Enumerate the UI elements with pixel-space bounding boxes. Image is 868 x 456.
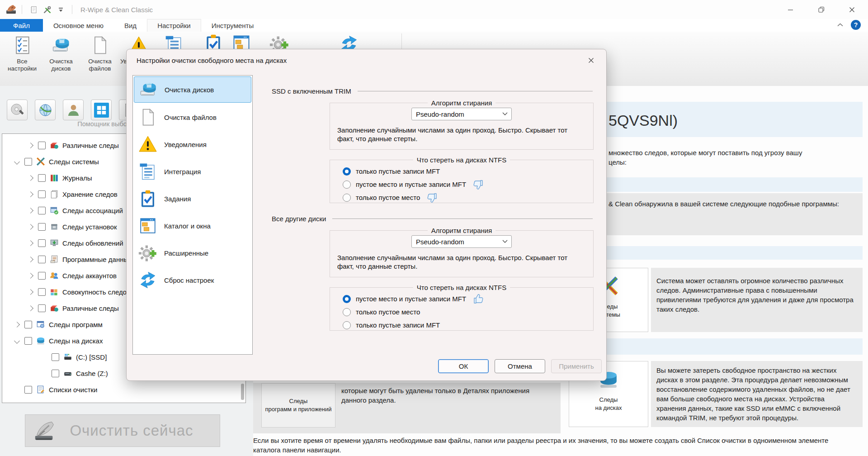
tree-checkbox[interactable]: [38, 223, 46, 231]
category-label: Задания: [164, 195, 191, 203]
tree-scrollbar-thumb[interactable]: [241, 384, 244, 400]
tree-checkbox[interactable]: [38, 256, 46, 263]
expander-icon[interactable]: [28, 142, 33, 148]
close-button[interactable]: [842, 0, 862, 19]
tree-checkbox[interactable]: [24, 337, 32, 345]
tree-item-icon: [50, 141, 59, 150]
notes-icon[interactable]: [28, 4, 39, 15]
ok-button[interactable]: ОК: [438, 359, 489, 373]
tree-item-label: Программные данные: [62, 256, 132, 263]
expander-icon[interactable]: [14, 338, 20, 344]
tree-checkbox[interactable]: [38, 190, 46, 198]
tree-checkbox[interactable]: [24, 158, 32, 166]
category-icon: [138, 135, 157, 154]
ribbon-button[interactable]: Все настройки: [3, 33, 42, 72]
radio-option[interactable]: только пустое место: [337, 191, 586, 204]
tree-checkbox[interactable]: [24, 386, 32, 394]
trace-assistant-button[interactable]: [91, 100, 112, 120]
maximize-button[interactable]: [811, 0, 831, 19]
settings-category-item[interactable]: Очистка дисков: [134, 76, 251, 103]
radio-option[interactable]: только пустые записи MFT: [337, 165, 586, 178]
tree-item-icon: [50, 222, 59, 231]
clean-now-button[interactable]: Очистить сейчас: [25, 414, 220, 447]
tree-checkbox[interactable]: [52, 353, 59, 361]
program-traces-card[interactable]: Следы программ и приложений: [261, 383, 335, 428]
radio-button[interactable]: [343, 167, 351, 176]
settings-category-item[interactable]: Уведомления: [133, 131, 252, 158]
wipe-algorithm-group: Алгоритм стирания Pseudo-random Заполнен…: [330, 99, 594, 150]
expander-icon[interactable]: [14, 159, 20, 165]
radio-option[interactable]: пустое место и пустые записи MFT: [337, 178, 586, 191]
tree-checkbox[interactable]: [38, 207, 46, 214]
settings-category-list: Очистка дисков Очистка файлов Уведомлени…: [132, 75, 253, 355]
ribbon-button[interactable]: Очистка дисков: [42, 33, 80, 72]
trace-assistant-button[interactable]: [63, 100, 84, 120]
radio-button[interactable]: [343, 295, 351, 303]
settings-category-item[interactable]: Очистка файлов: [133, 104, 252, 131]
settings-category-item[interactable]: Интеграция: [133, 158, 252, 185]
wipe-algorithm-select[interactable]: Pseudo-random: [411, 108, 512, 120]
trace-assistant-button[interactable]: [35, 100, 56, 120]
radio-label: только пустое место: [356, 194, 420, 201]
radio-button[interactable]: [343, 194, 351, 202]
category-icon: [138, 108, 157, 127]
ribbon-tab[interactable]: Файл: [0, 19, 43, 32]
settings-category-item[interactable]: Каталог и окна: [133, 212, 252, 239]
expander-icon[interactable]: [28, 256, 33, 262]
tools-icon[interactable]: [41, 4, 53, 15]
expander-icon[interactable]: [28, 273, 33, 279]
tree-item-label: Совокупность следов: [62, 288, 130, 296]
settings-category-item[interactable]: Расширенные: [133, 239, 252, 266]
tree-row[interactable]: Списки очистки: [2, 381, 245, 398]
tree-checkbox[interactable]: [38, 288, 46, 296]
expander-icon[interactable]: [28, 208, 33, 214]
tree-checkbox[interactable]: [52, 370, 59, 377]
minimize-button[interactable]: [780, 0, 800, 19]
what-to-wipe-group: Что стереть на дисках NTFS пустое место …: [330, 284, 594, 331]
tree-checkbox[interactable]: [38, 142, 46, 149]
ribbon-tab[interactable]: Вид: [114, 19, 147, 32]
tree-checkbox[interactable]: [38, 174, 46, 182]
quick-access-caret-icon[interactable]: [55, 4, 66, 15]
tree-item-icon: [50, 255, 59, 264]
tree-checkbox[interactable]: [38, 272, 46, 280]
expander-icon[interactable]: [28, 224, 33, 230]
apply-button[interactable]: Применить: [551, 359, 602, 373]
collapse-ribbon-icon[interactable]: [837, 23, 844, 27]
tree-checkbox[interactable]: [38, 239, 46, 247]
tree-item-icon: [50, 287, 59, 296]
selected-algorithm: Pseudo-random: [412, 238, 499, 246]
radio-option[interactable]: только пустое место: [337, 305, 586, 318]
expander-icon[interactable]: [28, 240, 33, 246]
ribbon-tab[interactable]: Основное меню: [43, 19, 114, 32]
assistant-button-icon: [94, 103, 109, 118]
cancel-button[interactable]: Отмена: [495, 359, 545, 373]
algorithm-description: Заполнение случайными числами за один пр…: [337, 126, 586, 143]
expander-icon[interactable]: [28, 191, 33, 197]
expander-icon[interactable]: [28, 175, 33, 181]
help-button[interactable]: ?: [851, 20, 861, 30]
tree-item-icon: [50, 173, 59, 182]
radio-option[interactable]: только пустые записи MFT: [337, 318, 586, 332]
ribbon-button[interactable]: Очистка файлов: [80, 33, 119, 72]
dialog-close-icon[interactable]: [582, 53, 600, 67]
trace-assistant-button[interactable]: [7, 100, 28, 120]
expander-icon[interactable]: [28, 289, 33, 295]
tree-checkbox[interactable]: [38, 304, 46, 312]
radio-button[interactable]: [343, 321, 351, 329]
radio-option[interactable]: пустое место и пустые записи MFT: [337, 292, 586, 305]
radio-button[interactable]: [343, 308, 351, 316]
settings-category-item[interactable]: Задания: [133, 185, 252, 212]
expander-icon[interactable]: [28, 305, 33, 311]
ribbon-tab[interactable]: Инструменты: [201, 19, 264, 32]
tree-checkbox[interactable]: [24, 321, 32, 328]
ribbon-tab[interactable]: Настройки: [147, 19, 201, 32]
tab-label: Настройки: [157, 22, 191, 29]
tree-item-label: Следы системы: [49, 158, 99, 166]
wipe-algorithm-select[interactable]: Pseudo-random: [411, 235, 512, 248]
tree-item-icon: [36, 320, 45, 329]
radio-button[interactable]: [343, 180, 351, 189]
settings-category-item[interactable]: Сброс настроек: [133, 266, 252, 294]
ribbon-button-label: Очистка дисков: [42, 58, 80, 72]
expander-icon[interactable]: [14, 322, 20, 328]
